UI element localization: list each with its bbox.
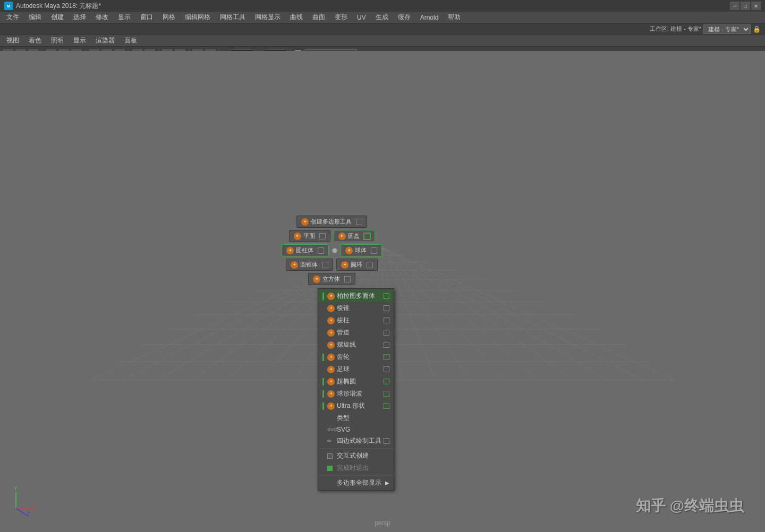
menu-item-编辑[interactable]: 编辑 bbox=[24, 12, 46, 23]
minimize-button[interactable]: ─ bbox=[730, 2, 740, 10]
drop-item-exit[interactable]: 完成时退出 bbox=[318, 462, 394, 474]
svg-line-26 bbox=[382, 247, 574, 380]
menu-item-生成[interactable]: 生成 bbox=[371, 12, 393, 23]
cube-label: 立方体 bbox=[322, 275, 340, 283]
prism-checkbox[interactable] bbox=[384, 318, 389, 323]
superellipse-checkbox[interactable] bbox=[384, 379, 389, 384]
quad-checkbox[interactable] bbox=[384, 438, 389, 444]
drop-item-svg[interactable]: SVG SVG bbox=[318, 424, 394, 435]
secondmenu-item-面板[interactable]: 面板 bbox=[120, 35, 141, 46]
torus-checkbox[interactable] bbox=[367, 262, 373, 268]
workspace-dropdown[interactable]: 建模 - 专家* bbox=[703, 24, 751, 34]
disc-icon: ✦ bbox=[338, 233, 346, 240]
cube-icon: ✦ bbox=[313, 276, 320, 283]
maximize-button[interactable]: □ bbox=[741, 2, 750, 10]
plane-label: 平面 bbox=[303, 232, 315, 240]
menu-item-缓存[interactable]: 缓存 bbox=[394, 12, 415, 23]
menu-item-帮助[interactable]: 帮助 bbox=[444, 12, 465, 23]
sphericalharmonics-checkbox[interactable] bbox=[384, 391, 389, 397]
superellipse-bar bbox=[322, 378, 324, 385]
drop-item-quad-draw[interactable]: ✏ 四边式绘制工具 bbox=[318, 435, 394, 447]
drop-item-show-all[interactable]: 多边形全部显示 ▶ bbox=[318, 477, 394, 489]
type-label: 类型 bbox=[337, 414, 350, 423]
drop-item-sphericalharmonics[interactable]: ✦ 球形谐波 bbox=[318, 388, 394, 400]
helix-checkbox[interactable] bbox=[384, 342, 389, 348]
ultra-checkbox[interactable] bbox=[384, 403, 389, 409]
drop-item-ultra[interactable]: ✦ Ultra 形状 bbox=[318, 400, 394, 412]
plane-checkbox[interactable] bbox=[319, 233, 326, 239]
cube-checkbox[interactable] bbox=[344, 276, 351, 282]
persp-label: persp bbox=[375, 519, 390, 527]
watermark: 知乎 @终端虫虫 bbox=[636, 496, 744, 516]
drop-item-interactive[interactable]: 交互式创建 bbox=[318, 450, 394, 462]
ultra-bar bbox=[322, 402, 324, 410]
menu-item-编辑网格[interactable]: 编辑网格 bbox=[181, 12, 215, 23]
cube-row: ✦ 立方体 bbox=[308, 273, 355, 285]
menu-item-网格显示[interactable]: 网格显示 bbox=[251, 12, 285, 23]
menu-item-网格工具[interactable]: 网格工具 bbox=[216, 12, 250, 23]
secondmenu-item-视图[interactable]: 视图 bbox=[2, 35, 23, 46]
svg-label: SVG bbox=[337, 426, 350, 433]
menu-item-文件[interactable]: 文件 bbox=[2, 12, 23, 23]
cylinder-checkbox[interactable] bbox=[318, 247, 324, 254]
cone-checkbox[interactable] bbox=[322, 262, 328, 268]
drop-item-pyramid[interactable]: ✦ 棱锥 bbox=[318, 302, 394, 314]
drop-item-type[interactable]: 类型 bbox=[318, 412, 394, 424]
secondmenu-item-着色[interactable]: 着色 bbox=[24, 35, 46, 46]
menu-item-变形[interactable]: 变形 bbox=[330, 12, 352, 23]
menu-item-修改[interactable]: 修改 bbox=[91, 12, 113, 23]
axes-indicator: X Y Z bbox=[11, 484, 37, 516]
sphere-icon: ✦ bbox=[345, 247, 353, 254]
disc-button[interactable]: ✦ 圆盘 bbox=[334, 230, 375, 242]
sphere-button[interactable]: ✦ 球体 bbox=[341, 244, 382, 256]
pipe-label: 管道 bbox=[337, 328, 350, 337]
close-button[interactable]: ✕ bbox=[751, 2, 761, 10]
menu-item-曲面[interactable]: 曲面 bbox=[308, 12, 329, 23]
quad-icon: ✏ bbox=[327, 438, 335, 444]
drop-item-soccer[interactable]: ✦ 足球 bbox=[318, 363, 394, 375]
create-polygon-checkbox[interactable] bbox=[356, 219, 362, 225]
polygon-dropdown-menu: ✦ 柏拉图多面体 ✦ 棱锥 ✦ 棱柱 ✦ 管道 ✦ 螺旋线 bbox=[318, 288, 394, 491]
cone-button[interactable]: ✦ 圆锥体 bbox=[286, 259, 333, 271]
pipe-checkbox[interactable] bbox=[384, 330, 389, 336]
svg-line-24 bbox=[382, 247, 505, 380]
create-polygon-tool-button[interactable]: ✦ 创建多边形工具 bbox=[296, 216, 367, 228]
drop-item-pipe[interactable]: ✦ 管道 bbox=[318, 327, 394, 339]
svg-icon: SVG bbox=[327, 427, 335, 432]
menu-item-曲线[interactable]: 曲线 bbox=[286, 12, 307, 23]
menu-item-UV[interactable]: UV bbox=[353, 13, 370, 22]
disc-checkbox[interactable] bbox=[364, 233, 370, 239]
sphere-checkbox[interactable] bbox=[371, 247, 377, 254]
soccer-checkbox[interactable] bbox=[384, 366, 389, 372]
platonic-checkbox[interactable] bbox=[384, 293, 389, 299]
cylinder-button[interactable]: ✦ 圆柱体 bbox=[282, 244, 329, 256]
menu-item-选择[interactable]: 选择 bbox=[69, 12, 90, 23]
pyramid-checkbox[interactable] bbox=[384, 305, 389, 311]
sphericalharmonics-bar bbox=[322, 390, 324, 398]
plane-button[interactable]: ✦ 平面 bbox=[289, 230, 330, 242]
menu-item-显示[interactable]: 显示 bbox=[114, 12, 135, 23]
drop-item-prism[interactable]: ✦ 棱柱 bbox=[318, 314, 394, 327]
drop-item-superellipse[interactable]: ✦ 超椭圆 bbox=[318, 375, 394, 388]
menu-item-网格[interactable]: 网格 bbox=[158, 12, 180, 23]
menu-item-创建[interactable]: 创建 bbox=[47, 12, 68, 23]
menu-item-Arnold[interactable]: Arnold bbox=[416, 13, 443, 22]
cylinder-label: 圆柱体 bbox=[296, 246, 313, 254]
secondmenu-item-显示[interactable]: 显示 bbox=[69, 35, 90, 46]
cube-button[interactable]: ✦ 立方体 bbox=[308, 273, 355, 285]
gear-checkbox[interactable] bbox=[384, 354, 389, 360]
superellipse-icon: ✦ bbox=[327, 378, 335, 385]
ultra-icon: ✦ bbox=[327, 402, 335, 410]
torus-button[interactable]: ✦ 圆环 bbox=[336, 259, 378, 271]
drop-item-gear[interactable]: ✦ 齿轮 bbox=[318, 351, 394, 363]
secondmenu-item-照明[interactable]: 照明 bbox=[47, 35, 68, 46]
window-controls: ─ □ ✕ bbox=[730, 2, 761, 10]
drop-item-platonic[interactable]: ✦ 柏拉图多面体 bbox=[318, 290, 394, 302]
drop-item-helix[interactable]: ✦ 螺旋线 bbox=[318, 339, 394, 351]
gear-icon2: ✦ bbox=[327, 354, 335, 361]
exit-check bbox=[327, 466, 333, 471]
pipe-icon: ✦ bbox=[327, 329, 335, 337]
menu-item-窗口[interactable]: 窗口 bbox=[136, 12, 157, 23]
secondmenu-item-渲染器[interactable]: 渲染器 bbox=[91, 35, 119, 46]
sphericalharmonics-icon: ✦ bbox=[327, 390, 335, 398]
